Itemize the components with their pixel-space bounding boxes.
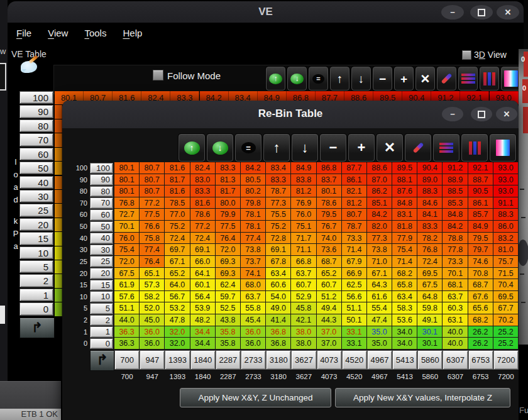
decrease-button[interactable]: −	[373, 67, 392, 91]
rebin-table-cell[interactable]: 26.2	[468, 338, 493, 350]
rebin-x-bin-button[interactable]: 7200	[493, 350, 519, 370]
rebin-table-cell[interactable]: 72.7	[114, 209, 140, 221]
rebin-table-cell[interactable]: 80.7	[140, 185, 165, 197]
rebin-table-cell[interactable]: 76.4	[140, 256, 165, 268]
rebin-table-cell[interactable]: 80.0	[216, 197, 241, 209]
rebin-table-cell[interactable]: 84.8	[392, 197, 417, 209]
ve-y-bin-button[interactable]: 15	[19, 232, 53, 245]
rebin-table-cell[interactable]: 60.7	[317, 279, 342, 291]
rebin-table-cell[interactable]: 75.2	[165, 221, 190, 233]
rebin-table-cell[interactable]: 80.7	[342, 209, 367, 221]
rebin-table-cell[interactable]: 88.6	[367, 162, 392, 174]
rebin-table-cell[interactable]: 63.4	[266, 268, 291, 280]
rebin-y-bin-button[interactable]: 100	[90, 163, 113, 174]
rebin-table-cell[interactable]: 67.6	[468, 291, 493, 303]
rebin-table-cell[interactable]: 84.2	[367, 209, 392, 221]
rebin-table-cell[interactable]: 38.0	[291, 326, 316, 338]
interpolate-vertical-button[interactable]	[480, 67, 499, 91]
rebin-table-cell[interactable]: 83.3	[216, 162, 241, 174]
rebin-table-cell[interactable]: 79.7	[468, 244, 493, 256]
rebin-table-cell[interactable]: 47.8	[165, 314, 190, 326]
ve-y-bin-button[interactable]: 20	[19, 218, 53, 231]
rebin-y-bin-button[interactable]: 1	[90, 326, 113, 338]
rebin-table-cell[interactable]: 79.5	[317, 209, 342, 221]
rebin-table-cell[interactable]: 70.8	[468, 268, 493, 280]
rebin-table-cell[interactable]: 36.0	[140, 326, 165, 338]
rebin-dialog-titlebar[interactable]: Re-Bin Table − ✕	[62, 101, 519, 128]
rebin-table-cell[interactable]: 84.6	[417, 197, 443, 209]
rebin-x-bin-button[interactable]: 3627	[291, 350, 316, 370]
rebin-table-cell[interactable]: 71.4	[342, 244, 367, 256]
rebin-y-bin-button[interactable]: 60	[90, 209, 113, 221]
rebin-table-cell[interactable]: 65.2	[317, 268, 342, 280]
rebin-table-cell[interactable]: 53.2	[165, 302, 190, 314]
color-gradient-button[interactable]	[490, 134, 516, 162]
rebin-table-cell[interactable]: 66.0	[190, 256, 216, 268]
rebin-table-cell[interactable]: 58.2	[140, 291, 165, 303]
rebin-table-cell[interactable]: 81.0	[493, 244, 519, 256]
rebin-table-cell[interactable]: 81.2	[291, 185, 316, 197]
rebin-y-bin-button[interactable]: 80	[90, 186, 113, 197]
rebin-table-cell[interactable]: 76.7	[317, 221, 342, 233]
equals-button[interactable]: =	[309, 67, 328, 91]
rebin-table-cell[interactable]: 80.7	[140, 162, 165, 174]
rebin-table-cell[interactable]: 66.9	[342, 268, 367, 280]
rebin-table-cell[interactable]: 87.6	[392, 185, 417, 197]
paste-down-button[interactable]: ↓	[287, 67, 307, 91]
rebin-table-cell[interactable]: 71.7	[291, 233, 316, 245]
ve-y-bin-button[interactable]: 1	[19, 289, 53, 301]
increment-down-button[interactable]: ↓	[292, 134, 318, 162]
rebin-table-cell[interactable]: 82.1	[342, 185, 367, 197]
rebin-table-cell[interactable]: 38.0	[291, 338, 316, 350]
rebin-table-cell[interactable]: 77.2	[190, 221, 216, 233]
rebin-table-cell[interactable]: 61.6	[367, 291, 392, 303]
rebin-table-cell[interactable]: 81.6	[165, 185, 190, 197]
rebin-table-cell[interactable]: 35.0	[367, 326, 392, 338]
rebin-table-cell[interactable]: 68.7	[468, 279, 493, 291]
rebin-table-cell[interactable]: 34.0	[392, 338, 417, 350]
rebin-table-cell[interactable]: 86.8	[317, 162, 342, 174]
rebin-table-cell[interactable]: 76.0	[114, 233, 140, 245]
rebin-x-bin-button[interactable]: 5413	[392, 350, 417, 370]
rebin-table-cell[interactable]: 89.5	[392, 162, 417, 174]
rebin-table-cell[interactable]: 83.4	[266, 162, 291, 174]
rebin-table-cell[interactable]: 83.7	[317, 174, 342, 186]
increment-up-button[interactable]: ↑	[263, 134, 290, 162]
rebin-table-cell[interactable]: 63.1	[443, 314, 468, 326]
rebin-table-cell[interactable]: 81.8	[392, 221, 417, 233]
rebin-table-cell[interactable]: 69.3	[216, 268, 241, 280]
rebin-table-cell[interactable]: 32.0	[165, 338, 190, 350]
rebin-x-bin-button[interactable]: 1840	[190, 350, 216, 370]
rebin-table-cell[interactable]: 36.8	[266, 338, 291, 350]
rebin-table-cell[interactable]: 88.9	[443, 174, 468, 186]
rebin-table-cell[interactable]: 57.3	[140, 279, 165, 291]
rebin-x-bin-button[interactable]: 947	[140, 350, 165, 370]
rebin-table-cell[interactable]: 80.7	[140, 174, 165, 186]
rebin-table-cell[interactable]: 66.8	[291, 256, 316, 268]
rebin-table-cell[interactable]: 69.7	[165, 244, 190, 256]
rebin-table-cell[interactable]: 67.5	[114, 268, 140, 280]
rebin-table-cell[interactable]: 84.9	[468, 221, 493, 233]
rebin-table-cell[interactable]: 45.0	[140, 314, 165, 326]
maximize-button[interactable]	[470, 5, 493, 19]
rebin-table-cell[interactable]: 77.3	[367, 233, 392, 245]
dialog-maximize-button[interactable]	[471, 107, 492, 121]
rebin-table-cell[interactable]: 88.7	[468, 174, 493, 186]
rebin-table-cell[interactable]: 79.5	[468, 233, 493, 245]
rebin-table-cell[interactable]: 73.6	[317, 244, 342, 256]
rebin-table-cell[interactable]: 85.7	[468, 209, 493, 221]
rebin-table-cell[interactable]: 83.1	[392, 209, 417, 221]
rebin-table-cell[interactable]: 56.4	[190, 291, 216, 303]
ve-y-bin-button[interactable]: 70	[19, 133, 53, 146]
ve-y-bin-button[interactable]: 80	[19, 119, 53, 132]
rebin-table-cell[interactable]: 81.2	[342, 197, 367, 209]
rebin-table-cell[interactable]: 72.4	[190, 233, 216, 245]
rebin-table-cell[interactable]: 69.5	[493, 291, 519, 303]
rebin-table-cell[interactable]: 82.0	[367, 221, 392, 233]
rebin-table-cell[interactable]: 90.5	[468, 185, 493, 197]
rebin-table-cell[interactable]: 77.3	[266, 197, 291, 209]
rebin-table-cell[interactable]: 49.0	[266, 302, 291, 314]
rebin-table-cell[interactable]: 71.4	[392, 256, 417, 268]
rebin-y-bin-button[interactable]: 5	[90, 303, 113, 314]
rebin-table-cell[interactable]: 84.2	[443, 221, 468, 233]
